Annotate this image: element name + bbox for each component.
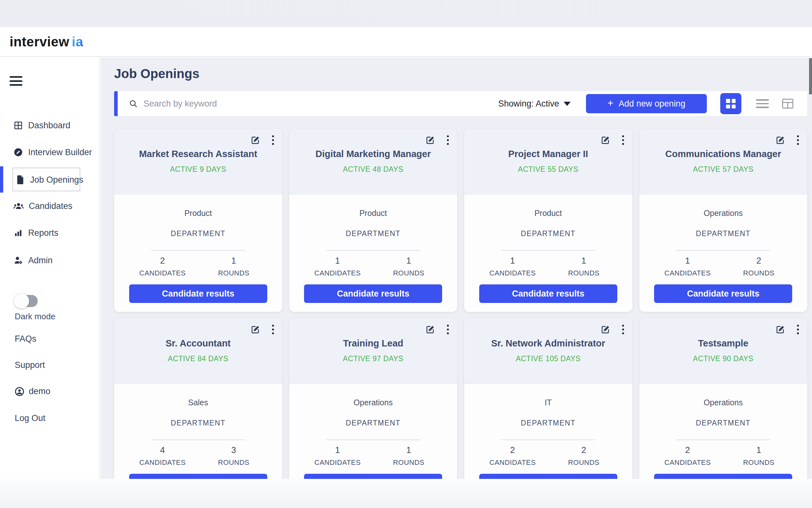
- candidates-count: 1: [477, 256, 548, 266]
- sidebar-link-support[interactable]: Support: [15, 360, 45, 370]
- kebab-menu-icon[interactable]: [445, 135, 451, 145]
- job-status: ACTIVE 105 DAYS: [464, 354, 632, 363]
- kebab-menu-icon[interactable]: [795, 135, 801, 145]
- hamburger-menu-icon[interactable]: [10, 76, 22, 86]
- card-body: Product DEPARTMENT 1CANDIDATES 1ROUNDS C…: [464, 195, 632, 303]
- kebab-menu-icon[interactable]: [620, 135, 626, 145]
- rounds-label: ROUNDS: [548, 269, 620, 278]
- department-value: Operations: [639, 384, 808, 407]
- candidate-results-button[interactable]: Candidate results: [654, 284, 792, 303]
- job-card: Market Research Assistant ACTIVE 9 DAYS …: [114, 129, 282, 312]
- sidebar-item-admin[interactable]: Admin: [0, 253, 100, 267]
- candidates-count: 1: [302, 256, 373, 266]
- add-new-opening-button[interactable]: + Add new opening: [586, 94, 707, 113]
- sidebar-link-faqs[interactable]: FAQs: [15, 334, 37, 344]
- link-label: Log Out: [15, 413, 45, 423]
- sidebar-link-logout[interactable]: Log Out: [15, 413, 45, 423]
- edit-icon[interactable]: [601, 324, 611, 335]
- card-header: Communications Manager ACTIVE 57 DAYS: [639, 129, 808, 195]
- card-body: Sales DEPARTMENT 4CANDIDATES 3ROUNDS Can…: [114, 384, 282, 492]
- rounds-count: 1: [373, 445, 444, 455]
- rounds-count: 3: [198, 445, 270, 455]
- card-body: Operations DEPARTMENT 1CANDIDATES 2ROUND…: [639, 195, 808, 303]
- link-label: demo: [29, 386, 50, 396]
- edit-icon[interactable]: [425, 324, 435, 335]
- card-header: Sr. Accountant ACTIVE 84 DAYS: [114, 318, 282, 384]
- admin-user-gear-icon: [13, 256, 23, 265]
- grid-view-button[interactable]: [720, 93, 742, 114]
- kebab-menu-icon[interactable]: [445, 324, 451, 335]
- list-view-button[interactable]: [756, 99, 769, 108]
- kebab-menu-icon[interactable]: [795, 324, 801, 335]
- department-label: DEPARTMENT: [464, 229, 632, 238]
- candidates-count: 2: [477, 445, 548, 455]
- edit-icon[interactable]: [775, 324, 785, 335]
- card-header: Testsample ACTIVE 90 DAYS: [639, 318, 808, 384]
- kebab-menu-icon[interactable]: [270, 324, 276, 335]
- department-value: Operations: [639, 195, 808, 218]
- job-card: Project Manager II ACTIVE 55 DAYS Produc…: [464, 129, 632, 312]
- sidebar-link-demo-user[interactable]: demo: [15, 386, 50, 396]
- kebab-menu-icon[interactable]: [620, 324, 626, 335]
- edit-icon[interactable]: [250, 324, 260, 335]
- sidebar-item-interview-builder[interactable]: Interview Builder: [0, 145, 100, 159]
- vertical-scrollbar-thumb[interactable]: [809, 58, 812, 94]
- candidate-results-button[interactable]: Candidate results: [129, 284, 267, 303]
- edit-icon[interactable]: [775, 135, 785, 145]
- job-card: Sr. Accountant ACTIVE 84 DAYS Sales DEPA…: [114, 318, 282, 501]
- card-body: Product DEPARTMENT 2CANDIDATES 1ROUNDS C…: [114, 195, 282, 303]
- divider: [326, 439, 420, 440]
- department-value: Product: [464, 195, 632, 218]
- grid-view-icon: [726, 99, 735, 109]
- job-status: ACTIVE 48 DAYS: [289, 165, 458, 174]
- toggle-knob: [14, 293, 29, 309]
- top-strip: [0, 0, 812, 27]
- rounds-label: ROUNDS: [198, 458, 270, 467]
- candidates-count: 1: [652, 256, 723, 266]
- candidates-count: 1: [302, 445, 373, 455]
- sidebar-item-dashboard[interactable]: Dashboard: [0, 118, 100, 132]
- department-value: Sales: [114, 384, 282, 407]
- logo-word: interview: [10, 34, 69, 50]
- divider: [151, 250, 245, 251]
- table-view-icon: [782, 98, 794, 109]
- candidates-label: CANDIDATES: [652, 458, 723, 467]
- kebab-menu-icon[interactable]: [270, 135, 276, 145]
- rounds-label: ROUNDS: [548, 458, 620, 467]
- link-label: FAQs: [15, 334, 37, 344]
- status-filter-dropdown[interactable]: Showing: Active: [498, 99, 571, 109]
- sidebar-item-candidates[interactable]: Candidates: [0, 199, 100, 213]
- dark-mode-toggle[interactable]: [15, 295, 38, 307]
- rounds-count: 2: [723, 256, 795, 266]
- department-label: DEPARTMENT: [289, 419, 458, 427]
- sidebar-item-job-openings[interactable]: Job Openings: [0, 170, 100, 190]
- add-button-label: Add new opening: [619, 99, 685, 109]
- department-label: DEPARTMENT: [639, 419, 808, 427]
- sidebar-item-reports[interactable]: Reports: [0, 226, 100, 240]
- table-view-button[interactable]: [782, 98, 794, 109]
- rounds-label: ROUNDS: [373, 269, 444, 278]
- department-value: Operations: [289, 384, 458, 407]
- job-card: Sr. Network Administrator ACTIVE 105 DAY…: [464, 318, 632, 501]
- edit-icon[interactable]: [425, 135, 435, 145]
- job-status: ACTIVE 84 DAYS: [114, 354, 282, 363]
- card-header: Sr. Network Administrator ACTIVE 105 DAY…: [464, 318, 632, 384]
- candidate-results-button[interactable]: Candidate results: [479, 284, 617, 303]
- bottom-fade-band: [0, 479, 812, 508]
- card-header: Project Manager II ACTIVE 55 DAYS: [464, 129, 632, 195]
- divider: [501, 250, 595, 251]
- candidate-results-button[interactable]: Candidate results: [304, 284, 442, 303]
- page-title: Job Openings: [114, 67, 199, 81]
- candidates-count: 4: [127, 445, 198, 455]
- divider: [326, 250, 420, 251]
- sidebar-item-label: Job Openings: [30, 175, 84, 185]
- candidates-count: 2: [652, 445, 723, 455]
- edit-icon[interactable]: [250, 135, 260, 145]
- card-header: Training Lead ACTIVE 97 DAYS: [289, 318, 458, 384]
- department-value: Product: [289, 195, 458, 218]
- rounds-count: 1: [723, 445, 795, 455]
- edit-icon[interactable]: [601, 135, 611, 145]
- app-logo[interactable]: interview ia: [10, 34, 84, 50]
- search-input[interactable]: [144, 99, 348, 109]
- rounds-count: 1: [548, 256, 620, 266]
